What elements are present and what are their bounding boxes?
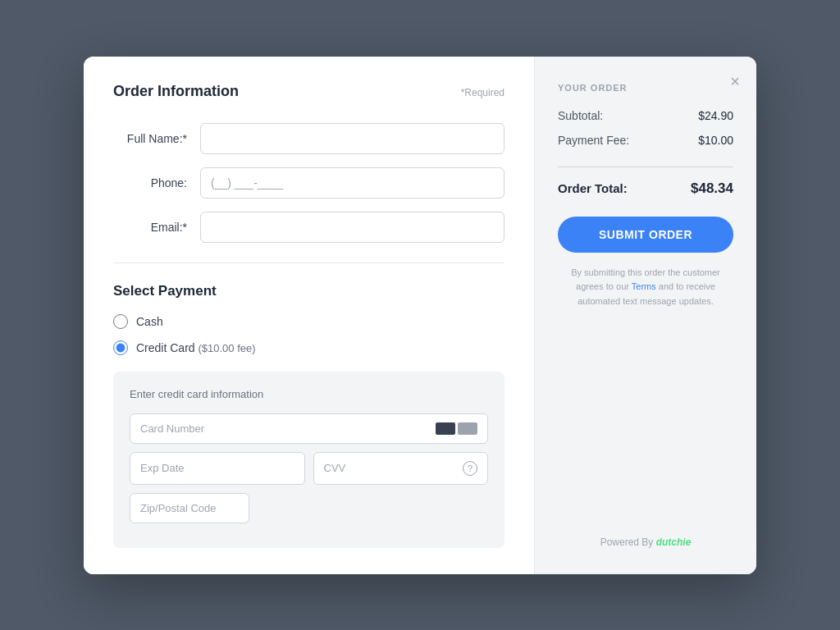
exp-date-input[interactable] bbox=[140, 462, 294, 474]
powered-by-label: Powered By bbox=[600, 536, 654, 548]
powered-by: Powered By dutchie bbox=[558, 536, 733, 548]
submit-order-button[interactable]: SUBMIT ORDER bbox=[558, 217, 733, 253]
close-button[interactable]: × bbox=[727, 70, 743, 93]
subtotal-label: Subtotal: bbox=[558, 109, 603, 122]
card-number-input[interactable] bbox=[140, 422, 436, 435]
terms-text: By submitting this order the customer ag… bbox=[558, 266, 733, 309]
card-rect-light bbox=[458, 422, 477, 435]
zip-input[interactable] bbox=[140, 502, 239, 514]
payment-fee-value: $10.00 bbox=[698, 134, 733, 147]
section-divider bbox=[113, 262, 504, 263]
email-group: Email:* bbox=[113, 212, 504, 243]
payment-radio-group: Cash Credit Card ($10.00 fee) bbox=[113, 314, 504, 355]
terms-link[interactable]: Terms bbox=[632, 281, 656, 291]
cash-option[interactable]: Cash bbox=[113, 314, 504, 329]
subtotal-value: $24.90 bbox=[698, 109, 733, 122]
cc-row-exp-cvv: ? bbox=[130, 452, 488, 485]
order-info-title: Order Information bbox=[113, 83, 239, 100]
phone-group: Phone: bbox=[113, 167, 504, 199]
full-name-group: Full Name:* bbox=[113, 123, 504, 154]
required-note: *Required bbox=[461, 87, 504, 98]
full-name-label: Full Name:* bbox=[113, 132, 187, 145]
order-total-value: $48.34 bbox=[691, 180, 733, 197]
order-total-line: Order Total: $48.34 bbox=[558, 180, 733, 197]
credit-card-option[interactable]: Credit Card ($10.00 fee) bbox=[113, 340, 504, 355]
order-modal: Order Information *Required Full Name:* … bbox=[84, 57, 756, 574]
cvv-input[interactable] bbox=[324, 462, 463, 474]
cc-box-title: Enter credit card information bbox=[130, 388, 488, 400]
cvv-help-icon[interactable]: ? bbox=[463, 461, 477, 476]
exp-date-field bbox=[130, 452, 305, 485]
full-name-input[interactable] bbox=[200, 123, 504, 154]
credit-card-fee: ($10.00 fee) bbox=[198, 342, 255, 354]
left-panel: Order Information *Required Full Name:* … bbox=[84, 57, 535, 574]
subtotal-line: Subtotal: $24.90 bbox=[558, 109, 733, 122]
cc-info-box: Enter credit card information bbox=[113, 372, 504, 548]
phone-input[interactable] bbox=[200, 167, 504, 199]
credit-card-radio[interactable] bbox=[113, 340, 128, 355]
right-panel: × YOUR ORDER Subtotal: $24.90 Payment Fe… bbox=[535, 57, 756, 574]
cash-label: Cash bbox=[136, 315, 163, 328]
phone-label: Phone: bbox=[113, 176, 187, 189]
email-input[interactable] bbox=[200, 212, 504, 243]
cvv-field: ? bbox=[313, 452, 489, 485]
order-total-label: Order Total: bbox=[558, 181, 628, 195]
zip-field bbox=[130, 493, 249, 523]
card-number-field bbox=[130, 413, 488, 444]
order-divider bbox=[558, 167, 733, 167]
payment-fee-label: Payment Fee: bbox=[558, 134, 629, 147]
payment-section-title: Select Payment bbox=[113, 283, 504, 299]
card-rect-dark bbox=[436, 422, 455, 435]
section-header: Order Information *Required bbox=[113, 83, 504, 103]
your-order-title: YOUR ORDER bbox=[558, 83, 733, 93]
payment-fee-line: Payment Fee: $10.00 bbox=[558, 134, 733, 147]
credit-card-label: Credit Card ($10.00 fee) bbox=[136, 341, 256, 354]
cash-radio[interactable] bbox=[113, 314, 128, 329]
dutchie-brand: dutchie bbox=[656, 536, 692, 548]
email-label: Email:* bbox=[113, 221, 187, 234]
card-icon bbox=[436, 422, 477, 435]
